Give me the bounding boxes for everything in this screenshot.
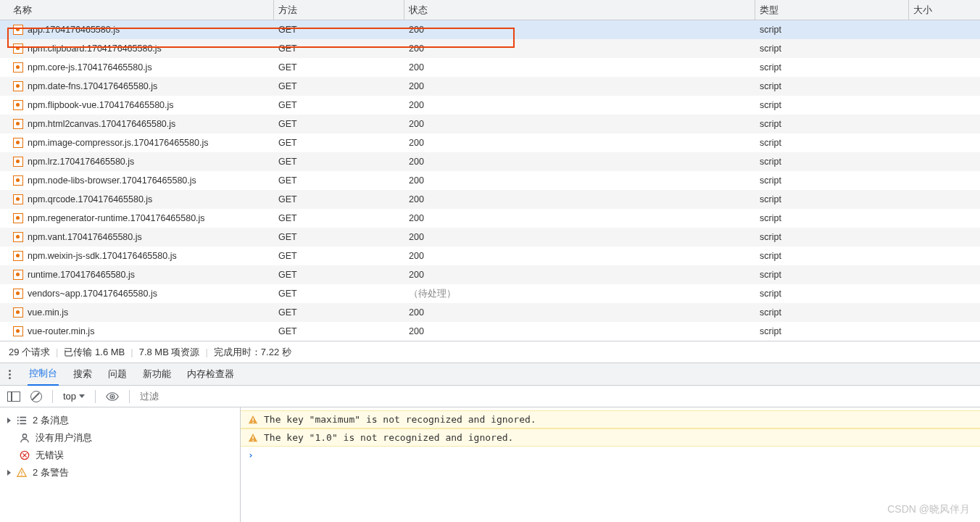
row-status: 200 [404,213,755,223]
row-status: 200 [404,194,755,204]
svg-rect-2 [20,417,26,418]
col-header-size[interactable]: 大小 [909,0,980,20]
svg-rect-1 [17,417,19,418]
col-header-type[interactable]: 类型 [755,0,909,20]
row-name-text: npm.weixin-js-sdk.1704176465580.js [28,251,177,261]
row-type: script [755,326,909,336]
tab-search[interactable]: 搜索 [72,363,94,385]
drawer-tabs: 控制台 搜索 问题 新功能 内存检查器 [0,362,980,386]
tab-issues[interactable]: 问题 [107,363,128,385]
row-method: GET [274,307,404,318]
sidebar-toggle-icon[interactable] [7,392,20,402]
table-row[interactable]: vue-router.min.jsGET200script [0,322,980,341]
table-row[interactable]: vendors~app.1704176465580.jsGET（待处理）scri… [0,284,980,303]
script-icon [13,138,23,148]
expand-icon [7,418,11,423]
svg-point-16 [252,439,254,441]
script-icon [13,194,23,204]
table-row[interactable]: npm.flipbook-vue.1704176465580.jsGET200s… [0,96,980,115]
row-method: GET [274,213,404,223]
warning-icon [17,468,27,478]
row-status: 200 [404,175,755,186]
svg-point-7 [22,434,26,438]
row-name-text: npm.core-js.1704176465580.js [28,62,152,72]
sidebar-errors[interactable]: 无错误 [0,447,240,464]
script-icon [13,232,23,242]
sidebar-warnings[interactable]: 2 条警告 [0,464,240,481]
row-name-text: npm.vant.1704176465580.js [28,232,142,242]
row-name-text: vendors~app.1704176465580.js [28,289,157,299]
user-icon [20,433,30,443]
col-header-name[interactable]: 名称 [0,0,274,20]
svg-rect-4 [20,420,26,421]
filter-input[interactable] [140,391,285,402]
row-status: 200 [404,326,755,336]
row-type: script [755,25,909,35]
row-method: GET [274,326,404,336]
row-name-text: npm.html2canvas.1704176465580.js [28,119,175,129]
row-type: script [755,100,909,110]
expand-icon [7,470,11,476]
row-method: GET [274,119,404,129]
row-type: script [755,270,909,280]
table-row[interactable]: npm.image-compressor.js.1704176465580.js… [0,133,980,152]
eye-icon[interactable] [106,392,119,401]
table-row[interactable]: npm.core-js.1704176465580.jsGET200script [0,58,980,77]
sidebar-messages[interactable]: 2 条消息 [0,412,240,429]
script-icon [13,44,23,54]
console-warning[interactable]: The key "1.0" is not recognized and igno… [241,428,980,447]
table-row[interactable]: npm.lrz.1704176465580.jsGET200script [0,152,980,171]
row-name-text: npm.lrz.1704176465580.js [28,157,134,167]
tab-whatsnew[interactable]: 新功能 [141,363,173,385]
context-selector[interactable]: top [63,391,85,402]
table-row[interactable]: npm.weixin-js-sdk.1704176465580.jsGET200… [0,246,980,265]
console-toolbar: top [0,386,980,407]
row-status: （待处理） [404,288,755,300]
row-name-text: npm.node-libs-browser.1704176465580.js [28,175,196,186]
row-method: GET [274,44,404,54]
col-header-status[interactable]: 状态 [404,0,755,20]
clear-console-icon[interactable] [30,391,42,402]
network-status-bar: 29 个请求 | 已传输 1.6 MB | 7.8 MB 项资源 | 完成用时：… [0,341,980,362]
table-row[interactable]: npm.date-fns.1704176465580.jsGET200scrip… [0,77,980,96]
row-method: GET [274,81,404,91]
sidebar-user-messages[interactable]: 没有用户消息 [0,429,240,447]
row-name-text: npm.image-compressor.js.1704176465580.js [28,138,208,148]
console-sidebar: 2 条消息 没有用户消息 无错误 2 条警告 [0,407,241,522]
table-row[interactable]: npm.qrcode.1704176465580.jsGET200script [0,190,980,209]
tab-console[interactable]: 控制台 [28,362,59,386]
table-row[interactable]: runtime.1704176465580.jsGET200script [0,265,980,284]
status-resources: 7.8 MB 项资源 [139,346,200,359]
console-prompt[interactable]: › [241,447,980,463]
row-name-text: runtime.1704176465580.js [28,270,135,280]
table-row[interactable]: vue.min.jsGET200script [0,303,980,322]
row-type: script [755,307,909,318]
table-row[interactable]: npm.vant.1704176465580.jsGET200script [0,228,980,246]
console-body: 2 条消息 没有用户消息 无错误 2 条警告 The key "maximum"… [0,407,980,522]
row-type: script [755,119,909,129]
svg-rect-3 [17,420,19,421]
row-type: script [755,289,909,299]
col-header-method[interactable]: 方法 [274,0,404,20]
console-warning[interactable]: The key "maximum" is not recognized and … [241,410,980,428]
table-row[interactable]: npm.regenerator-runtime.1704176465580.js… [0,209,980,228]
table-row[interactable]: npm.clipboard.1704176465580.jsGET200scri… [0,39,980,58]
tab-memory[interactable]: 内存检查器 [186,363,236,385]
row-status: 200 [404,44,755,54]
more-tabs-icon[interactable] [4,370,14,379]
table-row[interactable]: app.1704176465580.jsGET200script [0,20,980,39]
script-icon [13,307,23,318]
row-name-text: npm.clipboard.1704176465580.js [28,44,162,54]
svg-rect-6 [20,423,26,425]
row-method: GET [274,251,404,261]
table-row[interactable]: npm.node-libs-browser.1704176465580.jsGE… [0,171,980,190]
script-icon [13,100,23,110]
row-status: 200 [404,25,755,35]
script-icon [13,81,23,91]
status-transferred: 已传输 1.6 MB [64,346,125,359]
row-method: GET [274,62,404,72]
list-icon [17,415,27,426]
table-row[interactable]: npm.html2canvas.1704176465580.jsGET200sc… [0,115,980,133]
script-icon [13,289,23,299]
row-status: 200 [404,62,755,72]
